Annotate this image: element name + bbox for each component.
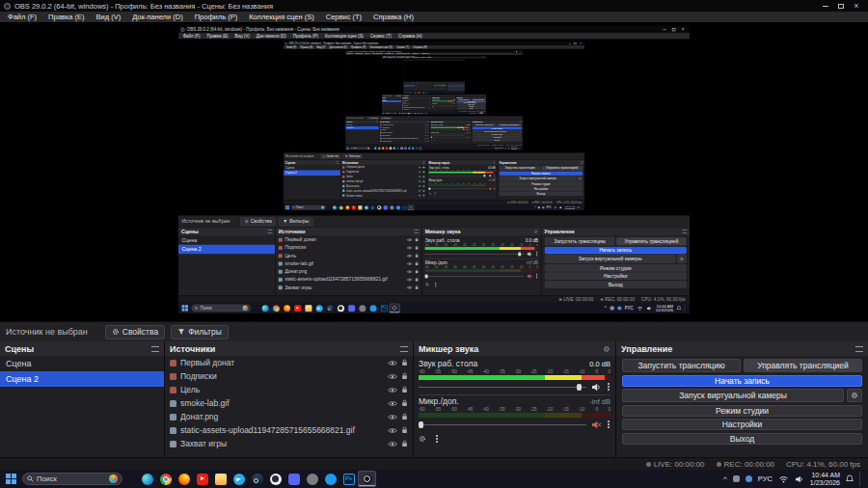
channel-menu-icon[interactable] [607,383,610,391]
mixer-settings-icon[interactable] [603,345,610,353]
menu-item[interactable]: Правка (E) [42,13,90,21]
github-icon[interactable] [266,471,285,487]
lock-icon[interactable] [401,399,408,407]
menu-item[interactable]: Док-панели (D) [126,13,188,21]
controls-dock-menu-icon[interactable] [855,346,863,352]
start-recording-button[interactable]: Начать запись [622,375,862,387]
volume-slider-track [419,387,586,389]
source-item[interactable]: smoke-lab.gif [165,396,413,410]
obs-icon[interactable] [358,471,376,487]
scene-item[interactable]: Сцена 2 [0,371,164,387]
start-button[interactable] [4,472,18,486]
telegram-icon[interactable] [230,471,248,487]
menu-item[interactable]: Коллекция сцен (S) [243,13,320,21]
steam-icon[interactable] [248,471,266,487]
source-item[interactable]: Подписки [165,369,413,383]
visibility-eye-icon[interactable] [388,387,397,393]
twitter-icon[interactable] [321,471,339,487]
network-icon[interactable] [778,475,789,483]
live-status: LIVE: 00:00:00 [646,460,705,469]
mixer-toolbar [414,432,615,446]
discord-icon[interactable] [285,471,303,487]
meter-tick-label: -30 [514,369,521,374]
audio-mixer-dock: Микшер звука Звук раб. стола 0.0 dB -60-… [414,341,615,457]
menu-item[interactable]: Вид (V) [91,13,127,21]
source-item[interactable]: static-assets-upload11947285715655668821… [165,423,413,437]
source-item[interactable]: Цель [165,383,413,396]
visibility-eye-icon[interactable] [388,400,397,407]
firefox-icon[interactable] [175,471,193,487]
manage-broadcast-button[interactable]: Управлять трансляцией [744,359,862,372]
volume-slider[interactable] [419,383,586,392]
photoshop-icon[interactable] [339,471,358,487]
settings-button[interactable]: Настройки [622,419,862,430]
visibility-eye-icon[interactable] [388,373,397,380]
visibility-eye-icon[interactable] [388,414,397,420]
lock-icon[interactable] [401,440,408,447]
menu-item[interactable]: Сервис (T) [320,13,367,21]
tray-icon[interactable] [746,475,752,482]
channel-menu-icon[interactable] [607,420,610,428]
chrome-icon[interactable] [156,471,175,487]
preview-area[interactable]: OBS 29.0.2 (64-bit, windows) - Профиль: … [0,22,868,321]
taskbar-search[interactable]: Поиск [22,473,122,485]
language-indicator[interactable]: РУС [758,474,773,483]
tray-icon[interactable] [733,475,740,482]
system-tray: ^ РУС 10:44 AM 1/23/2026 [723,472,864,487]
source-item[interactable]: Донат.png [165,410,413,423]
properties-button[interactable]: Свойства [105,325,165,339]
show-desktop-button[interactable] [859,472,862,486]
start-virtual-camera-button[interactable]: Запуск виртуальной камеры [622,389,844,402]
visibility-eye-icon[interactable] [388,427,397,434]
lock-icon[interactable] [401,413,408,420]
mixer-gear-icon[interactable] [419,435,426,443]
studio-mode-button[interactable]: Режим студии [622,405,862,417]
lock-icon[interactable] [401,386,408,393]
source-item[interactable]: Первый донат [165,356,413,369]
close-button[interactable]: × [849,0,864,12]
menu-item[interactable]: Файл (F) [2,13,42,21]
meter-tick-label: -45 [467,369,474,374]
filters-button[interactable]: Фильтры [171,325,229,339]
exit-button[interactable]: Выход [622,433,862,445]
lock-icon[interactable] [401,359,408,366]
live-timer: LIVE: 00:00:00 [654,460,705,469]
volume-slider[interactable] [419,420,586,429]
start-streaming-button[interactable]: Запустить трансляцию [622,359,741,372]
lock-icon[interactable] [401,426,408,434]
meter-tick-label: -25 [530,407,537,412]
gimp-icon[interactable] [303,471,321,487]
meter-tick-label: -25 [530,369,537,374]
virtual-camera-settings-button[interactable] [847,389,862,402]
minimize-button[interactable] [818,0,833,12]
scenes-dock-menu-icon[interactable] [151,346,159,352]
menu-item[interactable]: Профиль (P) [189,13,243,21]
tray-expand-icon[interactable]: ^ [723,474,727,483]
display-capture-preview: OBS 29.0.2 (64-bit, windows) - Профиль: … [178,26,690,313]
speaker-icon[interactable] [591,383,602,392]
source-item[interactable]: Захват игры [165,437,413,450]
volume-slider-handle[interactable] [419,421,423,428]
menu-bar: Файл (F) Правка (E) Вид (V) Док-панели (… [0,12,868,22]
cpu-fps-stats: CPU: 4.1%, 60.00 fps [786,460,860,469]
volume-icon[interactable] [795,475,804,483]
lock-icon[interactable] [401,372,408,380]
visibility-eye-icon[interactable] [388,441,397,447]
tray-clock[interactable]: 10:44 AM 1/23/2026 [810,472,840,487]
visibility-eye-icon[interactable] [388,360,397,366]
audio-mixer-title: Микшер звука [419,344,478,354]
maximize-button[interactable] [833,0,849,12]
volume-meter [419,413,610,418]
file-explorer-icon[interactable] [211,471,230,487]
speaker-muted-icon[interactable] [591,420,602,429]
youtube-icon[interactable] [193,471,211,487]
volume-slider-handle[interactable] [577,384,582,391]
edge-icon[interactable] [138,471,156,487]
menu-item[interactable]: Справка (H) [367,13,420,21]
notifications-icon[interactable] [846,474,854,483]
source-row-icons [388,413,408,420]
meter-tick-label: -30 [514,407,521,412]
scene-item[interactable]: Сцена [0,356,164,371]
mixer-menu-icon[interactable] [435,435,439,443]
sources-dock-menu-icon[interactable] [400,346,408,352]
